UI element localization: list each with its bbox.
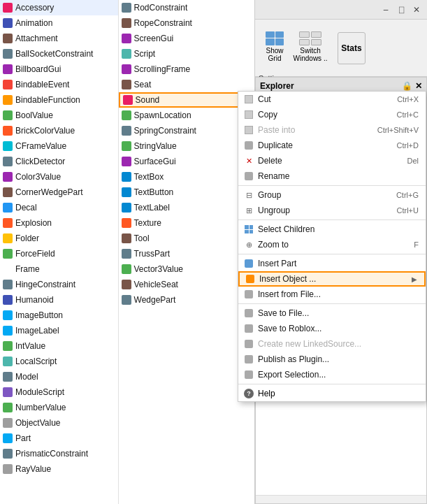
- list-item-object[interactable]: ObjectValue: [0, 415, 118, 431]
- menu-item-delete[interactable]: ✕DeleteDel: [238, 153, 426, 168]
- list-item-spring[interactable]: SpringConstraint: [119, 123, 254, 138]
- bottom-scrollbar[interactable]: [256, 495, 426, 503]
- ungroup-icon: ⊞: [244, 206, 254, 215]
- menu-item-cut[interactable]: CutCtrl+X: [238, 92, 426, 107]
- textbtn-icon: [122, 187, 131, 197]
- list-item-wedgepart[interactable]: WedgePart: [119, 292, 254, 308]
- list-item-animation[interactable]: Animation: [0, 15, 118, 31]
- minimize-button[interactable]: –: [378, 2, 393, 17]
- lock-icon[interactable]: 🔒: [402, 81, 412, 91]
- list-item-label: ImageButton: [15, 310, 63, 320]
- menu-item-select-children[interactable]: Select Children: [238, 222, 426, 237]
- list-item-click[interactable]: ClickDetector: [0, 154, 118, 169]
- menu-item-left-export: Export Selection...: [244, 370, 326, 380]
- folder-icon: [3, 233, 13, 243]
- list-item-wedge[interactable]: CornerWedgePart: [0, 185, 118, 200]
- list-item-script[interactable]: Script: [119, 46, 254, 62]
- list-item-surfacegui[interactable]: SurfaceGui: [119, 154, 254, 169]
- menu-item-zoom[interactable]: ⊕Zoom toF: [238, 237, 426, 252]
- menu-item-label: Cut: [258, 94, 271, 104]
- menu-item-export[interactable]: Export Selection...: [238, 367, 426, 382]
- submenu-arrow-icon: ▶: [412, 275, 417, 283]
- maximize-button[interactable]: ⎕: [393, 2, 409, 17]
- menu-separator: [238, 219, 426, 220]
- list-item-imglbl[interactable]: ImageLabel: [0, 323, 118, 338]
- list-item-label: CFrameValue: [15, 141, 66, 151]
- menu-item-left-save-roblox: Save to Roblox...: [244, 324, 321, 333]
- list-item-label: Accessory: [15, 3, 54, 13]
- list-item-model[interactable]: Model: [0, 369, 118, 384]
- close-explorer-icon[interactable]: ✕: [415, 81, 422, 91]
- menu-item-insert-object[interactable]: Insert Object ...▶: [238, 271, 426, 287]
- list-item-module[interactable]: ModuleScript: [0, 384, 118, 400]
- select-children-icon: [244, 224, 254, 234]
- switch-windows-button[interactable]: Switch Windows ..: [291, 31, 329, 63]
- stats-button[interactable]: Stats: [338, 32, 366, 64]
- list-item-color3[interactable]: Color3Value: [0, 169, 118, 185]
- list-item-frame[interactable]: Frame: [0, 261, 118, 277]
- list-item-ray[interactable]: RayValue: [0, 461, 118, 477]
- menu-item-publish[interactable]: Publish as Plugin...: [238, 352, 426, 367]
- hinge-icon: [3, 280, 13, 289]
- list-item-label: ImageLabel: [15, 326, 59, 336]
- menu-item-left-ungroup: ⊞Ungroup: [244, 206, 290, 215]
- list-item-part[interactable]: Part: [0, 431, 118, 446]
- list-item-int[interactable]: IntValue: [0, 338, 118, 354]
- list-item-explosion[interactable]: Explosion: [0, 215, 118, 231]
- list-item-prismatic[interactable]: PrismaticConstraint: [0, 446, 118, 461]
- list-item-humanoid[interactable]: Humanoid: [0, 292, 118, 308]
- list-item-decal[interactable]: Decal: [0, 200, 118, 215]
- menu-item-copy[interactable]: CopyCtrl+C: [238, 107, 426, 122]
- list-item-truss[interactable]: TrussPart: [119, 246, 254, 261]
- list-item-function[interactable]: BindableFunction: [0, 92, 118, 108]
- menu-item-label: Save to File...: [258, 308, 309, 318]
- list-item-sound[interactable]: Sound: [119, 92, 254, 108]
- ray-icon: [3, 464, 13, 474]
- list-item-color[interactable]: BrickColorValue: [0, 123, 118, 138]
- list-item-label: Animation: [15, 18, 52, 28]
- list-item-ball[interactable]: BallSocketConstraint: [0, 46, 118, 62]
- list-item-tool[interactable]: Tool: [119, 231, 254, 246]
- list-item-textbtn[interactable]: TextButton: [119, 185, 254, 200]
- list-item-rod[interactable]: RodConstraint: [119, 0, 254, 15]
- list-item-hinge[interactable]: HingeConstraint: [0, 277, 118, 292]
- list-item-scrollframe[interactable]: ScrollingFrame: [119, 62, 254, 77]
- menu-item-help[interactable]: ?Help: [238, 386, 426, 401]
- list-item-textbox[interactable]: TextBox: [119, 169, 254, 185]
- menu-item-insert-file[interactable]: Insert from File...: [238, 287, 426, 302]
- menu-shortcut: Ctrl+U: [397, 206, 419, 215]
- list-item-string[interactable]: StringValue: [119, 138, 254, 154]
- list-item-seat[interactable]: Seat: [119, 77, 254, 92]
- list-item-vector3[interactable]: Vector3Value: [119, 261, 254, 277]
- menu-item-ungroup[interactable]: ⊞UngroupCtrl+U: [238, 203, 426, 218]
- list-item-number[interactable]: NumberValue: [0, 400, 118, 415]
- list-item-billboard[interactable]: BillboardGui: [0, 62, 118, 77]
- list-item-cframe[interactable]: CFrameValue: [0, 138, 118, 154]
- list-item-attachment[interactable]: Attachment: [0, 31, 118, 46]
- list-item-bool[interactable]: BoolValue: [0, 108, 118, 123]
- menu-item-rename[interactable]: Rename: [238, 168, 426, 184]
- list-item-vehicleseat[interactable]: VehicleSeat: [119, 277, 254, 292]
- left-column: AccessoryAnimationAttachmentBallSocketCo…: [0, 0, 119, 504]
- menu-item-group[interactable]: ⊟GroupCtrl+G: [238, 187, 426, 203]
- list-item-forcefield[interactable]: ForceField: [0, 246, 118, 261]
- list-item-textlbl[interactable]: TextLabel: [119, 200, 254, 215]
- menu-item-save-roblox[interactable]: Save to Roblox...: [238, 321, 426, 336]
- list-item-screengui[interactable]: ScreenGui: [119, 31, 254, 46]
- list-item-rope[interactable]: RopeConstraint: [119, 15, 254, 31]
- menu-item-save-file[interactable]: Save to File...: [238, 305, 426, 321]
- list-item-accessory[interactable]: Accessory: [0, 0, 118, 15]
- title-bar: – ⎕ ✕: [255, 0, 427, 20]
- close-button[interactable]: ✕: [409, 2, 424, 17]
- list-item-imgbtn[interactable]: ImageButton: [0, 308, 118, 323]
- show-grid-button[interactable]: Show Grid: [261, 31, 289, 63]
- list-item-texture[interactable]: Texture: [119, 215, 254, 231]
- list-item-localscript[interactable]: LocalScript: [0, 354, 118, 369]
- menu-item-insert-part[interactable]: Insert Part: [238, 256, 426, 271]
- event-icon: [3, 80, 13, 89]
- menu-item-left-cut: Cut: [244, 94, 271, 104]
- list-item-event[interactable]: BindableEvent: [0, 77, 118, 92]
- list-item-spawn[interactable]: SpawnLocation: [119, 108, 254, 123]
- menu-item-duplicate[interactable]: DuplicateCtrl+D: [238, 138, 426, 153]
- list-item-folder[interactable]: Folder: [0, 231, 118, 246]
